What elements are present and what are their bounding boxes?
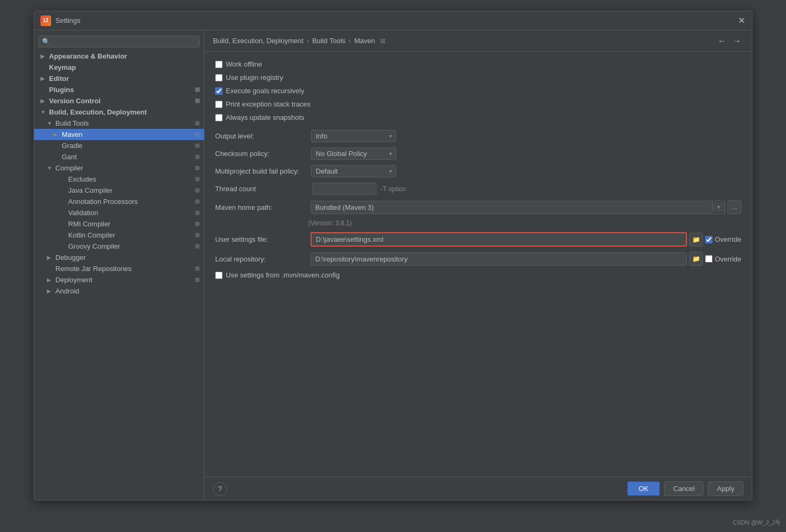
sidebar-item-compiler[interactable]: ▼ Compiler ⊞ xyxy=(34,162,204,174)
execute-goals-checkbox[interactable] xyxy=(215,87,223,95)
watermark: CSDN @W_J_J号 xyxy=(733,519,781,527)
local-repo-override-check: Override xyxy=(705,255,741,263)
output-level-select[interactable]: Info Debug Quiet xyxy=(311,130,396,142)
print-exceptions-label[interactable]: Print exception stack traces xyxy=(215,100,310,108)
local-repo-input[interactable] xyxy=(310,252,687,266)
sidebar-item-remote-jar-repos[interactable]: Remote Jar Repositories ⊞ xyxy=(34,263,204,274)
sidebar-item-java-compiler[interactable]: Java Compiler ⊞ xyxy=(34,185,204,196)
apply-button[interactable]: Apply xyxy=(708,481,743,496)
sidebar-item-gant[interactable]: Gant ⊞ xyxy=(34,151,204,162)
multiproject-build-label: Multiproject build fail policy: xyxy=(215,167,311,175)
sidebar-item-groovy-compiler[interactable]: Groovy Compiler ⊞ xyxy=(34,241,204,252)
sidebar-item-android[interactable]: ▶ Android xyxy=(34,285,204,297)
user-settings-input[interactable] xyxy=(310,232,687,247)
checksum-policy-select[interactable]: No Global Policy Strict Warn Ignore xyxy=(311,148,396,160)
sidebar-item-version-control[interactable]: ▶ Version Control ⊞ xyxy=(34,95,204,107)
sidebar-item-rmi-compiler[interactable]: RMI Compiler ⊞ xyxy=(34,218,204,230)
use-plugin-registry-checkbox[interactable] xyxy=(215,74,223,81)
footer: ? OK Cancel Apply xyxy=(204,477,752,500)
user-settings-override-checkbox[interactable] xyxy=(705,236,713,243)
cancel-button[interactable]: Cancel xyxy=(664,481,703,496)
search-icon: 🔍 xyxy=(42,38,50,45)
sidebar-item-validation[interactable]: Validation ⊞ xyxy=(34,207,204,218)
use-plugin-registry-label[interactable]: Use plugin registry xyxy=(215,73,283,81)
sidebar-item-label: Deployment xyxy=(55,276,92,284)
sidebar-item-excludes[interactable]: Excludes ⊞ xyxy=(34,174,204,185)
sidebar-item-debugger[interactable]: ▶ Debugger xyxy=(34,252,204,263)
multiproject-build-select[interactable]: Default Always AtEnd Never xyxy=(311,165,396,177)
arrow-icon: ▶ xyxy=(47,255,53,260)
local-repo-override-checkbox[interactable] xyxy=(705,255,713,263)
execute-goals-label[interactable]: Execute goals recursively xyxy=(215,87,304,95)
window-title: Settings xyxy=(55,17,80,24)
sidebar-item-appearance[interactable]: ▶ Appearance & Behavior xyxy=(34,51,204,62)
sidebar-item-label: Maven xyxy=(62,130,83,138)
settings-icon: ⊞ xyxy=(195,265,200,272)
search-input[interactable] xyxy=(53,38,196,45)
breadcrumb-sep1: › xyxy=(307,37,309,45)
sidebar-item-label: Annotation Processors xyxy=(68,198,138,206)
always-update-row: Always update snapshots xyxy=(215,113,741,121)
use-settings-config-text: Use settings from .mvn/maven.config xyxy=(226,271,340,279)
main-content: Build, Execution, Deployment › Build Too… xyxy=(204,30,752,500)
maven-home-dropdown-btn[interactable]: ▼ xyxy=(712,202,725,212)
sidebar-item-build-exec-deploy[interactable]: ▼ Build, Execution, Deployment xyxy=(34,107,204,118)
close-button[interactable]: ✕ xyxy=(737,17,746,25)
sidebar-item-deployment[interactable]: ▶ Deployment ⊞ xyxy=(34,274,204,285)
sidebar-item-label: Gradle xyxy=(62,142,83,150)
maven-home-browse-button[interactable]: … xyxy=(727,200,741,214)
print-exceptions-checkbox[interactable] xyxy=(215,101,223,108)
sidebar-item-label: Remote Jar Repositories xyxy=(55,265,132,273)
work-offline-label[interactable]: Work offline xyxy=(215,60,262,68)
sidebar-item-build-tools[interactable]: ▼ Build Tools ⊞ xyxy=(34,118,204,129)
thread-count-label: Thread count xyxy=(215,185,308,193)
breadcrumb-nav: ← → xyxy=(716,35,743,47)
sidebar-item-editor[interactable]: ▶ Editor xyxy=(34,73,204,84)
help-button[interactable]: ? xyxy=(213,482,227,496)
settings-icon: ⊞ xyxy=(195,153,200,160)
always-update-checkbox[interactable] xyxy=(215,114,223,121)
thread-count-input[interactable] xyxy=(313,183,376,195)
sidebar-item-gradle[interactable]: Gradle ⊞ xyxy=(34,140,204,151)
use-settings-config-row: Use settings from .mvn/maven.config xyxy=(215,271,741,279)
sidebar: 🔍 ▶ Appearance & Behavior Keymap ▶ Edito… xyxy=(34,30,204,500)
breadcrumb-pin-icon: ⊞ xyxy=(380,37,386,45)
sidebar-item-label: Excludes xyxy=(68,175,96,183)
breadcrumb-bar: Build, Execution, Deployment › Build Too… xyxy=(204,30,752,52)
sidebar-item-maven[interactable]: ▶ Maven ⊞ xyxy=(34,129,204,140)
search-box[interactable]: 🔍 xyxy=(38,36,200,47)
user-settings-browse-button[interactable]: 📁 xyxy=(689,233,703,247)
sidebar-item-label: Java Compiler xyxy=(68,186,112,194)
ok-button[interactable]: OK xyxy=(627,481,660,496)
local-repo-browse-button[interactable]: 📁 xyxy=(689,252,703,266)
sidebar-item-plugins[interactable]: Plugins ⊞ xyxy=(34,84,204,95)
sidebar-item-keymap[interactable]: Keymap xyxy=(34,62,204,73)
settings-icon: ⊞ xyxy=(195,97,200,104)
sidebar-item-label: Build Tools xyxy=(55,119,89,127)
checksum-policy-row: Checksum policy: No Global Policy Strict… xyxy=(215,148,741,160)
settings-icon: ⊞ xyxy=(195,220,200,227)
maven-home-input[interactable] xyxy=(311,201,712,214)
print-exceptions-row: Print exception stack traces xyxy=(215,100,741,108)
settings-icon: ⊞ xyxy=(195,131,200,138)
sidebar-item-kotlin-compiler[interactable]: Kotlin Compiler ⊞ xyxy=(34,230,204,241)
nav-forward-button[interactable]: → xyxy=(731,35,743,47)
sidebar-item-label: Plugins xyxy=(49,86,74,94)
settings-icon: ⊞ xyxy=(195,187,200,194)
use-settings-config-checkbox[interactable] xyxy=(215,272,223,279)
always-update-text: Always update snapshots xyxy=(226,113,304,121)
arrow-icon: ▶ xyxy=(47,277,53,283)
nav-back-button[interactable]: ← xyxy=(716,35,728,47)
sidebar-item-annotation-processors[interactable]: Annotation Processors ⊞ xyxy=(34,196,204,207)
content-area: 🔍 ▶ Appearance & Behavior Keymap ▶ Edito… xyxy=(34,30,752,500)
use-settings-config-label[interactable]: Use settings from .mvn/maven.config xyxy=(215,271,340,279)
maven-home-label: Maven home path: xyxy=(215,203,308,211)
use-plugin-registry-text: Use plugin registry xyxy=(226,73,283,81)
always-update-label[interactable]: Always update snapshots xyxy=(215,113,304,121)
work-offline-checkbox[interactable] xyxy=(215,61,223,68)
output-level-dropdown-wrapper: Info Debug Quiet xyxy=(311,130,396,142)
sidebar-item-label: Validation xyxy=(68,209,98,217)
arrow-icon: ▶ xyxy=(47,288,53,294)
breadcrumb-sep2: › xyxy=(349,37,351,45)
sidebar-item-label: Gant xyxy=(62,153,77,161)
